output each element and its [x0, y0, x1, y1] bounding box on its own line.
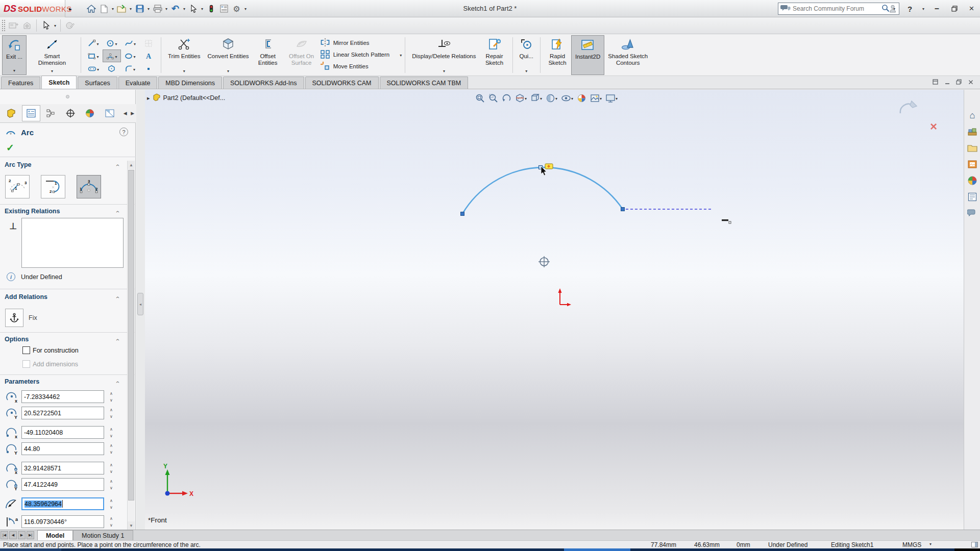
spin-up-icon[interactable]	[106, 478, 116, 485]
panel-scrollbar[interactable]	[127, 161, 135, 530]
spin-down-icon[interactable]	[106, 522, 116, 529]
angle-input[interactable]: 116.09730446°	[21, 515, 104, 528]
existing-relations-header[interactable]: Existing Relations	[5, 208, 60, 215]
line-tool[interactable]	[84, 37, 103, 49]
spin-up-icon[interactable]	[106, 426, 116, 433]
tab-scroll-first-icon[interactable]: |◀	[1, 531, 8, 539]
end-x-input[interactable]: 32.91428571	[21, 462, 104, 474]
solidworks-logo[interactable]: DS SOLIDWORKS	[0, 0, 65, 17]
existing-relations-list[interactable]	[21, 218, 124, 268]
ellipse-tool[interactable]	[121, 49, 139, 62]
options-header[interactable]: Options	[5, 336, 29, 343]
spin-down-icon[interactable]	[106, 433, 116, 439]
smart-dimension-dropdown-icon[interactable]	[51, 67, 53, 75]
checkbox-icon[interactable]	[22, 346, 30, 354]
spin-down-icon[interactable]	[106, 468, 116, 475]
save-dropdown-icon[interactable]	[146, 7, 151, 11]
motion-study-tab[interactable]: Motion Study 1	[73, 530, 133, 540]
print-dropdown-icon[interactable]	[164, 7, 169, 11]
scroll-up-icon[interactable]	[128, 161, 135, 169]
start-y-spinner[interactable]	[106, 442, 116, 456]
community-search[interactable]	[778, 3, 899, 15]
rectangle-tool[interactable]	[84, 49, 103, 62]
end-y-spinner[interactable]	[106, 478, 116, 491]
graphics-viewport[interactable]: Part2 (Default<<Def...	[145, 90, 964, 530]
tab-solidworks-addins[interactable]: SOLIDWORKS Add-Ins	[223, 77, 304, 89]
line-dropdown-icon[interactable]	[96, 40, 99, 47]
arc-tool-active[interactable]	[103, 49, 121, 62]
spin-down-icon[interactable]	[106, 397, 116, 404]
exit-sketch-button[interactable]: Exit ...	[2, 35, 27, 75]
status-units[interactable]: MMGS	[902, 541, 921, 548]
radius-spinner[interactable]	[106, 497, 116, 511]
save-icon[interactable]	[133, 2, 146, 15]
design-library-icon[interactable]	[966, 126, 978, 138]
add-relations-header[interactable]: Add Relations	[5, 293, 47, 300]
circle-tool[interactable]	[103, 37, 121, 49]
center-x-input[interactable]: -7.28334462	[21, 390, 104, 403]
mirror-entities-button[interactable]: Mirror Entities	[320, 37, 402, 48]
convert-entities-button[interactable]: Convert Entities	[204, 35, 252, 75]
help-dropdown-icon[interactable]	[921, 7, 926, 11]
undo-dropdown-icon[interactable]	[182, 7, 187, 11]
report-icon[interactable]	[217, 2, 230, 15]
add-relations-collapse-icon[interactable]	[116, 294, 124, 301]
rectangle-dropdown-icon[interactable]	[96, 53, 99, 60]
task-pane-toggle-icon[interactable]	[971, 542, 978, 547]
arc-end-point[interactable]	[621, 208, 625, 211]
instant2d-button[interactable]: Instant2D	[571, 35, 604, 75]
arc-start-point[interactable]	[461, 212, 464, 216]
text-tool[interactable]: A	[139, 49, 158, 62]
cam-manager-tab[interactable]	[101, 105, 119, 121]
tab-scroll-next-icon[interactable]: ▶	[18, 531, 26, 539]
radius-input[interactable]: 48.35962964	[21, 497, 104, 510]
slot-dropdown-icon[interactable]	[97, 65, 99, 72]
polygon-tool[interactable]	[103, 62, 121, 75]
trim-entities-button[interactable]: Trim Entities	[164, 35, 204, 75]
spline-tool[interactable]	[121, 37, 139, 49]
ellipse-dropdown-icon[interactable]	[133, 53, 135, 60]
sketch-confirm-icon[interactable]	[897, 99, 918, 119]
tab-features[interactable]: Features	[1, 77, 40, 89]
tab-surfaces[interactable]: Surfaces	[78, 77, 117, 89]
repair-sketch-button[interactable]: Repair Sketch	[480, 35, 509, 75]
smart-dimension-button[interactable]: Smart Dimension	[27, 35, 78, 75]
three-point-arc-button[interactable]: 123	[77, 175, 101, 198]
configurationmanager-tab[interactable]	[41, 105, 60, 121]
selection-filter-icon[interactable]	[205, 2, 217, 15]
custom-properties-icon[interactable]	[966, 191, 978, 203]
tangent-arc-button[interactable]: 12	[41, 175, 65, 198]
spline-dropdown-icon[interactable]	[134, 40, 136, 47]
trim-dropdown-icon[interactable]	[183, 67, 185, 75]
scrollbar-thumb[interactable]	[128, 170, 134, 500]
spin-down-icon[interactable]	[106, 504, 116, 511]
fillet-dropdown-icon[interactable]	[133, 65, 135, 72]
appearances-icon[interactable]	[966, 174, 978, 187]
units-dropdown-icon[interactable]	[928, 542, 933, 546]
open-dropdown-icon[interactable]	[128, 7, 133, 11]
spin-up-icon[interactable]	[106, 515, 116, 522]
tab-solidworks-cam[interactable]: SOLIDWORKS CAM	[305, 77, 379, 89]
doc-restore-icon[interactable]	[955, 79, 962, 85]
select-cursor-icon[interactable]	[187, 2, 200, 15]
sketch-arc[interactable]	[462, 167, 623, 214]
slot-tool[interactable]	[84, 62, 103, 75]
parameters-header[interactable]: Parameters	[5, 378, 39, 385]
home-icon[interactable]	[85, 2, 97, 15]
tab-scroll-last-icon[interactable]: ▶|	[27, 531, 34, 539]
file-explorer-icon[interactable]	[966, 142, 978, 154]
panel-collapse-handle[interactable]	[137, 293, 143, 315]
origin-symbol[interactable]	[538, 256, 550, 267]
fix-relation-button[interactable]	[5, 309, 23, 327]
center-y-spinner[interactable]	[106, 407, 116, 420]
point-tool[interactable]	[139, 62, 158, 75]
tab-scroll-prev-icon[interactable]: ◀	[9, 531, 17, 539]
menu-flyout-icon[interactable]	[67, 3, 74, 14]
sketch-origin-axes[interactable]	[558, 288, 572, 306]
fillet-tool[interactable]	[121, 62, 139, 75]
center-y-input[interactable]: 20.52722501	[21, 407, 104, 419]
doc-close-icon[interactable]	[967, 79, 974, 85]
shaded-sketch-contours-button[interactable]: Shaded Sketch Contours	[604, 35, 651, 75]
doc-minimize-icon[interactable]	[944, 79, 950, 85]
linear-pattern-dropdown-icon[interactable]	[400, 52, 402, 58]
